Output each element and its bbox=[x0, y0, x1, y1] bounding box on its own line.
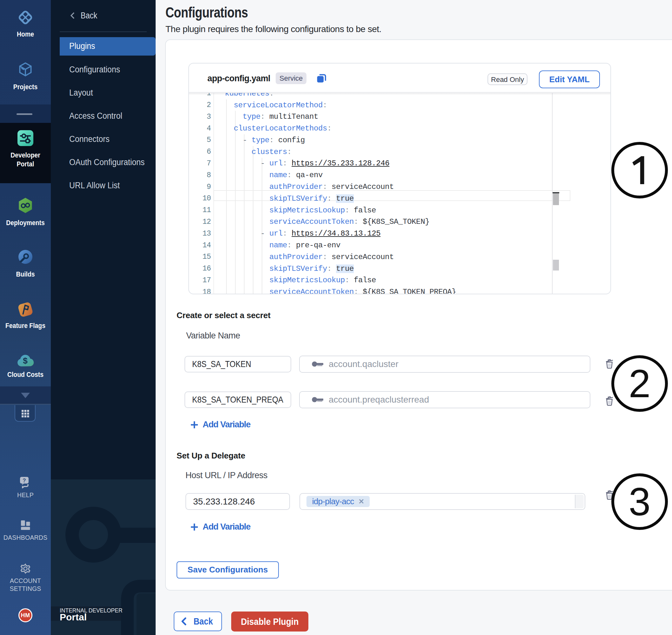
svg-text:?: ? bbox=[23, 478, 26, 484]
svg-text:$: $ bbox=[23, 356, 28, 366]
